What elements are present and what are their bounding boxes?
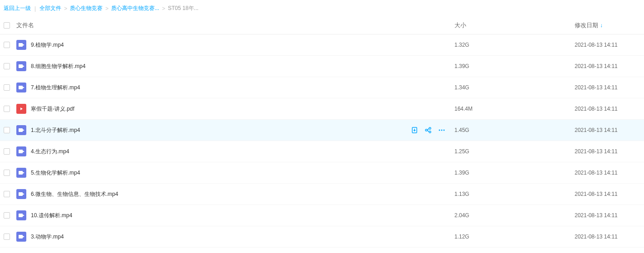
row-checkbox[interactable] <box>4 170 10 176</box>
file-name[interactable]: 4.生态行为.mp4 <box>31 148 69 156</box>
table-row[interactable]: 3.动物学.mp41.12G2021-08-13 14:11 <box>0 226 644 248</box>
breadcrumb-current: ST05 18年... <box>168 5 198 12</box>
file-date: 2021-08-13 14:11 <box>575 148 640 155</box>
file-date: 2021-08-13 14:11 <box>575 84 640 91</box>
table-row[interactable]: 6.微生物、生物信息、生物技术.mp41.13G2021-08-13 14:11 <box>0 184 644 205</box>
video-file-icon <box>16 83 26 92</box>
file-name[interactable]: 1.北斗分子解析.mp4 <box>31 126 80 134</box>
file-date: 2021-08-13 14:11 <box>575 63 640 69</box>
video-file-icon <box>16 40 26 50</box>
table-row[interactable]: 9.植物学.mp41.32G2021-08-13 14:11 <box>0 34 644 56</box>
download-icon[interactable] <box>411 126 418 134</box>
file-name[interactable]: 6.微生物、生物信息、生物技术.mp4 <box>31 190 118 198</box>
column-header-name[interactable]: 文件名 <box>16 21 454 29</box>
select-all-checkbox[interactable] <box>4 22 10 29</box>
file-list: 9.植物学.mp41.32G2021-08-13 14:118.细胞生物学解析.… <box>0 34 644 253</box>
row-checkbox[interactable] <box>4 42 10 48</box>
file-date: 2021-08-13 14:11 <box>575 212 640 219</box>
breadcrumb-item-1[interactable]: 质心生物竞赛 <box>70 5 102 12</box>
video-file-icon <box>16 61 26 71</box>
video-file-icon <box>16 210 26 220</box>
video-file-icon <box>16 189 26 199</box>
table-row[interactable]: 4.生态行为.mp41.25G2021-08-13 14:11 <box>0 141 644 162</box>
file-size: 2.04G <box>454 212 575 219</box>
file-name[interactable]: 8.细胞生物学解析.mp4 <box>31 63 86 70</box>
file-date: 2021-08-13 14:11 <box>575 42 640 48</box>
svg-point-34 <box>444 130 445 131</box>
file-name[interactable]: 5.生物化学解析.mp4 <box>31 169 80 177</box>
breadcrumb-sep: > <box>162 5 165 12</box>
share-icon[interactable] <box>424 126 432 134</box>
file-date: 2021-08-13 14:11 <box>575 234 640 240</box>
svg-point-32 <box>439 130 440 131</box>
file-size: 1.39G <box>454 63 575 69</box>
file-size: 1.12G <box>454 234 575 240</box>
video-file-icon <box>16 125 26 135</box>
file-date: 2021-08-13 14:11 <box>575 170 640 176</box>
file-size: 1.32G <box>454 42 575 48</box>
video-file-icon <box>16 168 26 178</box>
row-actions <box>411 126 445 134</box>
row-checkbox[interactable] <box>4 63 10 69</box>
breadcrumb-divider: | <box>34 5 36 12</box>
svg-point-29 <box>425 129 427 131</box>
row-checkbox[interactable] <box>4 127 10 133</box>
svg-point-30 <box>429 127 431 129</box>
video-file-icon <box>16 146 26 156</box>
file-size: 1.39G <box>454 170 575 176</box>
breadcrumb-item-2[interactable]: 质心高中生物竞赛... <box>111 5 159 12</box>
table-row[interactable]: 10.遗传解析.mp42.04G2021-08-13 14:11 <box>0 205 644 226</box>
file-name[interactable]: 3.动物学.mp4 <box>31 233 64 241</box>
breadcrumb-sep: > <box>64 5 67 12</box>
row-checkbox[interactable] <box>4 234 10 240</box>
pdf-file-icon <box>16 104 26 114</box>
breadcrumb-back[interactable]: 返回上一级 <box>4 5 31 12</box>
video-file-icon <box>16 232 26 242</box>
table-row[interactable]: 7.植物生理解析.mp41.34G2021-08-13 14:11 <box>0 77 644 98</box>
table-row[interactable]: 5.生物化学解析.mp41.39G2021-08-13 14:11 <box>0 162 644 184</box>
file-name[interactable]: 7.植物生理解析.mp4 <box>31 84 80 92</box>
row-checkbox[interactable] <box>4 191 10 197</box>
breadcrumb-sep: > <box>105 5 108 12</box>
file-name[interactable]: 9.植物学.mp4 <box>31 41 64 49</box>
table-row[interactable]: 寒假千题-讲义.pdf164.4M2021-08-13 14:11 <box>0 98 644 120</box>
row-checkbox[interactable] <box>4 106 10 112</box>
column-header-date-label: 修改日期 <box>575 21 598 29</box>
row-checkbox[interactable] <box>4 212 10 219</box>
file-date: 2021-08-13 14:11 <box>575 191 640 197</box>
svg-point-33 <box>441 130 443 131</box>
row-checkbox[interactable] <box>4 148 10 155</box>
sort-arrow-down-icon: ↓ <box>600 22 603 29</box>
file-name[interactable]: 10.遗传解析.mp4 <box>31 212 72 219</box>
column-header-date[interactable]: 修改日期 ↓ <box>575 21 640 29</box>
table-row[interactable]: 2.动物生理解析.mp41.43G2021-08-13 14:11 <box>0 248 644 253</box>
svg-point-31 <box>429 131 431 133</box>
file-size: 1.25G <box>454 148 575 155</box>
file-size: 164.4M <box>454 106 575 112</box>
table-row[interactable]: 1.北斗分子解析.mp41.45G2021-08-13 14:11 <box>0 120 644 141</box>
column-header-size[interactable]: 大小 <box>454 21 575 29</box>
table-header: 文件名 大小 修改日期 ↓ <box>0 17 644 34</box>
file-date: 2021-08-13 14:11 <box>575 106 640 112</box>
file-size: 1.13G <box>454 191 575 197</box>
more-icon[interactable] <box>438 126 445 134</box>
table-row[interactable]: 8.细胞生物学解析.mp41.39G2021-08-13 14:11 <box>0 56 644 77</box>
file-size: 1.34G <box>454 84 575 91</box>
breadcrumb-item-0[interactable]: 全部文件 <box>39 5 61 12</box>
file-name[interactable]: 寒假千题-讲义.pdf <box>31 105 74 113</box>
row-checkbox[interactable] <box>4 84 10 91</box>
file-size: 1.45G <box>454 127 575 133</box>
file-date: 2021-08-13 14:11 <box>575 127 640 133</box>
breadcrumb: 返回上一级 | 全部文件 > 质心生物竞赛 > 质心高中生物竞赛... > ST… <box>0 0 644 17</box>
